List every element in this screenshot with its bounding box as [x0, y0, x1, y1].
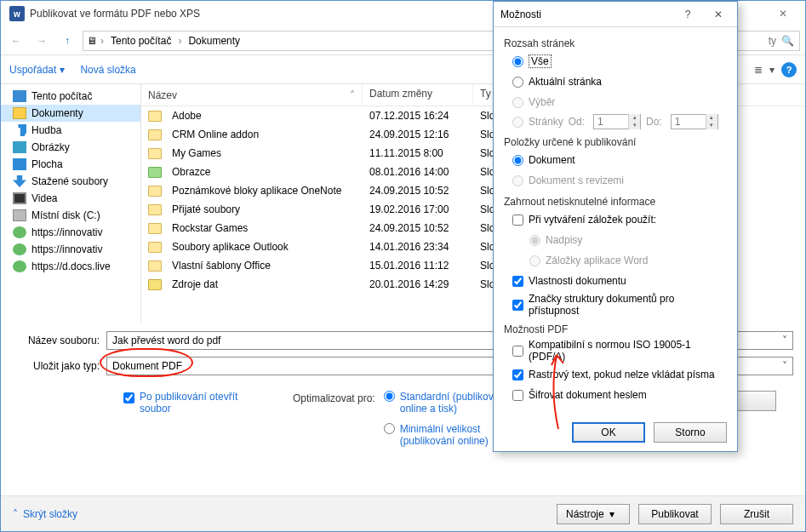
up-arrow-icon[interactable]: ↑: [57, 31, 77, 51]
tree-item-label: https://innovativ: [31, 226, 102, 238]
tree-item-label: Videa: [31, 192, 57, 204]
chevron-down-icon: ▾: [769, 64, 775, 76]
file-name: Obrazce: [172, 166, 210, 178]
page-from-spinner[interactable]: 1▴▾: [593, 114, 641, 129]
col-name[interactable]: Název ˄: [141, 84, 363, 106]
range-pages-row[interactable]: Stránky Od: 1▴▾ Do: 1▴▾: [504, 114, 727, 129]
tree-item[interactable]: https://innovativ: [1, 241, 140, 258]
bottombar: ˄ Skrýt složky Nástroje ▾ Publikovat Zru…: [1, 495, 805, 531]
file-date: 19.02.2016 17:00: [363, 203, 473, 215]
dl-icon: [13, 175, 26, 187]
file-name: Rockstar Games: [172, 222, 248, 234]
range-current-radio[interactable]: Aktuální stránka: [504, 73, 727, 90]
folder-icon: [148, 129, 162, 140]
bookmarks-headings-radio: Nadpisy: [504, 232, 727, 249]
chevron-up-icon: ˄: [13, 508, 18, 520]
word-app-icon: w: [9, 6, 25, 21]
publish-document-radio[interactable]: Dokument: [504, 152, 727, 169]
tree-item[interactable]: Plocha: [1, 156, 140, 173]
file-name: Zdroje dat: [172, 278, 218, 290]
tree-item-label: Dokumenty: [31, 107, 83, 119]
pc-icon: [13, 90, 26, 102]
publish-revisions-radio: Dokument s revizemi: [504, 172, 727, 189]
tree-item[interactable]: https://d.docs.live: [1, 258, 140, 275]
col-date[interactable]: Datum změny: [363, 84, 473, 106]
img-icon: [13, 141, 26, 153]
chevron-right-icon: ›: [178, 35, 181, 47]
bookmarks-word-radio: Záložky aplikace Word: [504, 252, 727, 269]
open-after-publish-checkbox[interactable]: Po publikování otevřít soubor: [123, 391, 250, 415]
desk-icon: [13, 158, 26, 170]
encrypt-checkbox[interactable]: Šifrovat dokument heslem: [504, 386, 727, 403]
search-placeholder: ty: [769, 35, 776, 47]
options-dialog: Možnosti ? ✕ Rozsah stránek Vše Aktuální…: [493, 1, 738, 452]
filetype-label: Uložit jako typ:: [13, 360, 106, 372]
file-name: Vlastní šablony Office: [172, 260, 271, 272]
file-name: Soubory aplikace Outlook: [172, 241, 289, 253]
modal-ok-button[interactable]: OK: [572, 422, 645, 443]
tree-item-label: https://d.docs.live: [31, 260, 111, 272]
sort-asc-icon: ˄: [350, 89, 355, 101]
modal-title-text: Možnosti: [500, 9, 669, 20]
tree-item[interactable]: Obrázky: [1, 139, 140, 156]
bookmarks-checkbox[interactable]: Při vytváření záložek použít:: [504, 211, 727, 228]
breadcrumb-segment[interactable]: Tento počítač: [107, 35, 174, 47]
tree-item[interactable]: Dokumenty: [1, 105, 140, 122]
breadcrumb-segment[interactable]: Dokumenty: [185, 35, 243, 47]
search-input[interactable]: ty 🔍: [732, 31, 800, 51]
publish-button[interactable]: Publikovat: [638, 504, 712, 524]
folder-icon: [148, 186, 162, 197]
doc-props-checkbox[interactable]: Vlastnosti dokumentu: [504, 272, 727, 289]
help-icon[interactable]: ?: [781, 62, 797, 77]
folder-icon: [148, 260, 162, 272]
modal-help-icon[interactable]: ?: [676, 9, 700, 20]
hide-folders-button[interactable]: ˄ Skrýt složky: [13, 508, 77, 520]
filename-label: Název souboru:: [13, 335, 106, 346]
modal-close-icon[interactable]: ✕: [706, 9, 730, 20]
tree-item[interactable]: Místní disk (C:): [1, 207, 140, 224]
folder-tree[interactable]: Tento počítačDokumentyHudbaObrázkyPlocha…: [1, 84, 141, 323]
chevron-down-icon: ▾: [60, 64, 65, 76]
file-date: 20.01.2016 14:29: [363, 278, 473, 290]
new-folder-button[interactable]: Nová složka: [80, 64, 135, 76]
organize-button[interactable]: Uspořádat ▾: [9, 64, 65, 76]
tree-item-label: Hudba: [31, 124, 61, 136]
range-all-radio[interactable]: Vše: [504, 53, 727, 70]
vid-icon: [13, 192, 26, 204]
folder-icon: [148, 111, 162, 122]
tree-item[interactable]: Videa: [1, 190, 140, 207]
struct-tags-checkbox[interactable]: Značky struktury dokumentů pro přístupno…: [504, 293, 727, 317]
group-publish-items: Položky určené k publikování: [504, 136, 727, 148]
file-date: 24.09.2015 10:52: [363, 222, 473, 234]
close-icon[interactable]: ✕: [763, 2, 802, 26]
tree-item[interactable]: Stažené soubory: [1, 173, 140, 190]
bitmap-text-checkbox[interactable]: Rastrový text, pokud nelze vkládat písma: [504, 366, 727, 383]
tree-item[interactable]: Tento počítač: [1, 88, 140, 105]
tree-item[interactable]: Hudba: [1, 122, 140, 139]
file-date: 24.09.2015 12:16: [363, 129, 473, 140]
group-pdf-options: Možnosti PDF: [504, 323, 727, 335]
file-date: 08.01.2016 14:00: [363, 166, 473, 178]
file-date: 11.11.2015 8:00: [363, 147, 473, 159]
folder-icon: [148, 279, 162, 290]
file-name: Adobe: [172, 110, 202, 122]
group-nonprint: Zahrnout netisknutelné informace: [504, 196, 727, 208]
file-name: Poznámkové bloky aplikace OneNote: [172, 185, 341, 197]
cancel-button[interactable]: Zrušit: [720, 504, 793, 524]
tools-button[interactable]: Nástroje ▾: [557, 504, 630, 524]
page-to-spinner[interactable]: 1▴▾: [671, 114, 718, 129]
view-list-icon[interactable]: ≣: [754, 64, 763, 76]
forward-arrow-icon[interactable]: →: [31, 31, 52, 51]
chevron-down-icon[interactable]: ˅: [782, 360, 787, 372]
back-arrow-icon[interactable]: ←: [6, 31, 26, 51]
modal-titlebar: Možnosti ? ✕: [494, 2, 737, 27]
tree-item[interactable]: https://innovativ: [1, 224, 140, 241]
folder-icon: [148, 167, 162, 178]
modal-cancel-button[interactable]: Storno: [654, 422, 727, 443]
optimize-label: Optimalizovat pro:: [293, 391, 375, 404]
doc-icon: [13, 107, 26, 119]
chevron-down-icon[interactable]: ˅: [782, 335, 787, 346]
net-icon: [13, 226, 26, 238]
tree-item-label: Plocha: [31, 158, 63, 170]
iso-checkbox[interactable]: Kompatibilní s normou ISO 19005-1 (PDF/A…: [504, 339, 727, 363]
